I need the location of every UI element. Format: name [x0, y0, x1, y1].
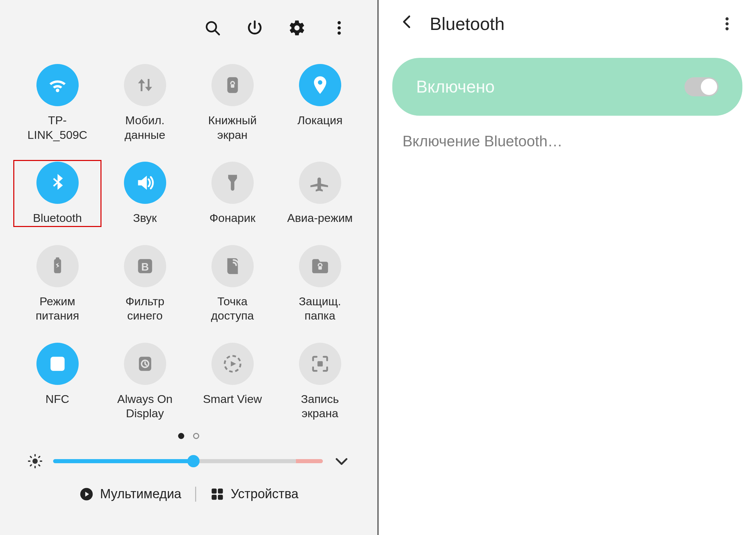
- bluetooth-status-text: Включение Bluetooth…: [379, 126, 756, 157]
- svg-point-20: [725, 17, 728, 20]
- grid-icon: [210, 487, 225, 502]
- svg-rect-17: [218, 488, 223, 493]
- tile-smart-view[interactable]: Smart View: [189, 341, 276, 422]
- tile-book-screen[interactable]: Книжный экран: [189, 63, 276, 143]
- tile-label: Bluetooth: [33, 211, 82, 225]
- tile-label: Always On Display: [108, 392, 183, 421]
- svg-line-10: [30, 456, 31, 457]
- svg-line-13: [39, 456, 40, 457]
- svg-rect-19: [218, 495, 223, 500]
- tile-label: Звук: [133, 211, 157, 225]
- page-dot-1[interactable]: [178, 433, 184, 439]
- hotspot-icon[interactable]: [211, 245, 254, 287]
- svg-point-21: [725, 22, 728, 25]
- tile-power-mode[interactable]: Режим питания: [14, 244, 101, 324]
- qs-grid: TP-LINK_509CМобил. данныеКнижный экранЛо…: [0, 52, 377, 422]
- tile-location[interactable]: Локация: [276, 63, 364, 143]
- svg-rect-16: [211, 488, 217, 493]
- devices-label: Устройства: [231, 487, 299, 501]
- tile-label: NFC: [46, 392, 69, 406]
- airplane-icon[interactable]: [299, 162, 341, 204]
- power-icon[interactable]: [244, 17, 266, 39]
- brightness-row: [0, 439, 377, 470]
- bluetooth-page: Bluetooth Включено Включение Bluetooth…: [379, 0, 756, 535]
- speaker-icon[interactable]: [124, 162, 166, 204]
- tile-label: Smart View: [203, 392, 262, 406]
- tile-screen-rec[interactable]: Запись экрана: [276, 341, 364, 422]
- more-vert-icon[interactable]: [719, 15, 736, 32]
- rec-frame-icon[interactable]: [299, 343, 341, 385]
- battery-eco-icon[interactable]: [36, 245, 79, 287]
- flashlight-icon[interactable]: [211, 162, 254, 204]
- tile-blue-filter[interactable]: Фильтр синего: [101, 244, 189, 324]
- tile-label: Режим питания: [20, 294, 95, 323]
- tile-mobile-data[interactable]: Мобил. данные: [101, 63, 189, 143]
- svg-point-22: [725, 27, 728, 30]
- svg-line-12: [30, 465, 31, 466]
- multimedia-button[interactable]: Мультимедиа: [79, 487, 182, 502]
- tile-label: Запись экрана: [283, 392, 358, 421]
- page-dot-2[interactable]: [193, 433, 199, 439]
- back-button[interactable]: [399, 14, 420, 34]
- bt-toolbar: Bluetooth: [379, 0, 756, 48]
- qs-toolbar: [0, 0, 377, 52]
- bluetooth-icon[interactable]: [36, 162, 79, 204]
- brightness-slider[interactable]: [53, 459, 323, 463]
- bottom-bar: Мультимедиа Устройства: [0, 470, 377, 515]
- tile-label: Точка доступа: [195, 294, 270, 323]
- location-icon[interactable]: [299, 64, 341, 106]
- tile-label: Мобил. данные: [108, 113, 183, 142]
- banner-label: Включено: [416, 77, 495, 97]
- chevron-down-icon[interactable]: [333, 453, 350, 470]
- wifi-icon[interactable]: [36, 64, 79, 106]
- tile-label: Фильтр синего: [108, 294, 183, 323]
- tile-label: Фонарик: [209, 211, 255, 225]
- svg-point-4: [337, 31, 341, 35]
- devices-button[interactable]: Устройства: [210, 487, 299, 502]
- letter-b-icon[interactable]: [124, 245, 166, 287]
- play-circle-icon: [79, 487, 94, 502]
- search-icon[interactable]: [202, 17, 223, 39]
- page-title: Bluetooth: [430, 14, 719, 34]
- tile-secure-folder[interactable]: Защищ. папка: [276, 244, 364, 324]
- tile-label: Авиа-режим: [287, 211, 353, 225]
- brightness-icon[interactable]: [27, 453, 43, 469]
- updown-icon[interactable]: [124, 64, 166, 106]
- tile-flashlight[interactable]: Фонарик: [189, 160, 276, 227]
- more-vert-icon[interactable]: [328, 17, 350, 39]
- tile-hotspot[interactable]: Точка доступа: [189, 244, 276, 324]
- tile-label: TP-LINK_509C: [20, 113, 95, 142]
- pagination: [0, 433, 377, 439]
- lock-portrait-icon[interactable]: [211, 64, 254, 106]
- svg-line-11: [39, 465, 40, 466]
- gear-icon[interactable]: [286, 17, 308, 39]
- tile-bluetooth[interactable]: Bluetooth: [14, 160, 101, 227]
- tile-nfc[interactable]: NFC: [14, 341, 101, 422]
- multimedia-label: Мультимедиа: [100, 487, 182, 501]
- svg-line-1: [215, 30, 219, 35]
- tile-sound[interactable]: Звук: [101, 160, 189, 227]
- nfc-icon[interactable]: [36, 343, 79, 385]
- tile-airplane[interactable]: Авиа-режим: [276, 160, 364, 227]
- folder-lock-icon[interactable]: [299, 245, 341, 287]
- svg-rect-18: [211, 495, 217, 500]
- svg-point-5: [32, 458, 37, 464]
- quick-settings-panel: TP-LINK_509CМобил. данныеКнижный экранЛо…: [0, 0, 377, 535]
- svg-point-3: [337, 26, 341, 30]
- tile-wifi[interactable]: TP-LINK_509C: [14, 63, 101, 143]
- tile-label: Локация: [297, 113, 343, 128]
- clock-panel-icon[interactable]: [124, 343, 166, 385]
- bt-enable-banner: Включено: [392, 58, 742, 116]
- bottom-separator: [195, 487, 196, 502]
- tile-aod[interactable]: Always On Display: [101, 341, 189, 422]
- bluetooth-toggle[interactable]: [684, 77, 719, 96]
- svg-point-2: [337, 21, 341, 25]
- cast-icon[interactable]: [211, 343, 254, 385]
- tile-label: Книжный экран: [195, 113, 270, 142]
- tile-label: Защищ. папка: [283, 294, 358, 323]
